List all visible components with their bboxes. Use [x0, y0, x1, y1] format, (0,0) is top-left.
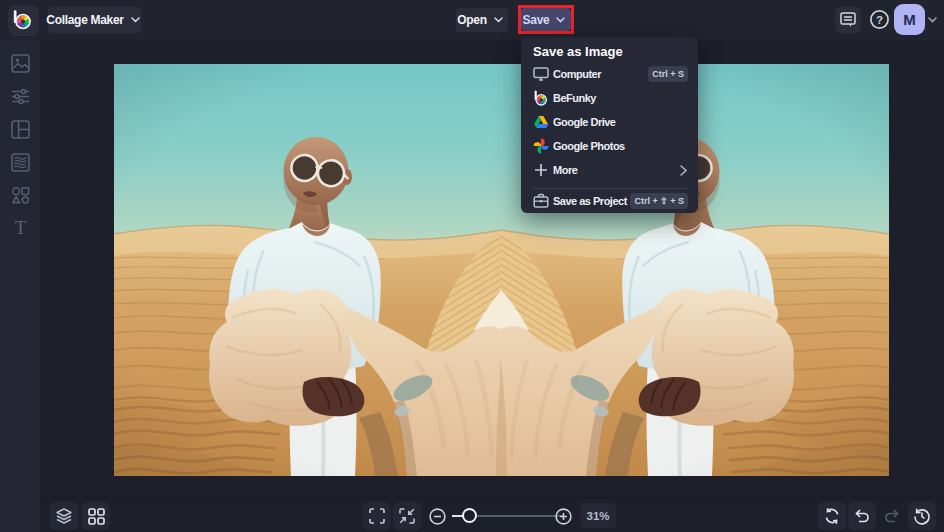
- svg-text:?: ?: [876, 14, 883, 26]
- svg-text:T: T: [15, 218, 27, 237]
